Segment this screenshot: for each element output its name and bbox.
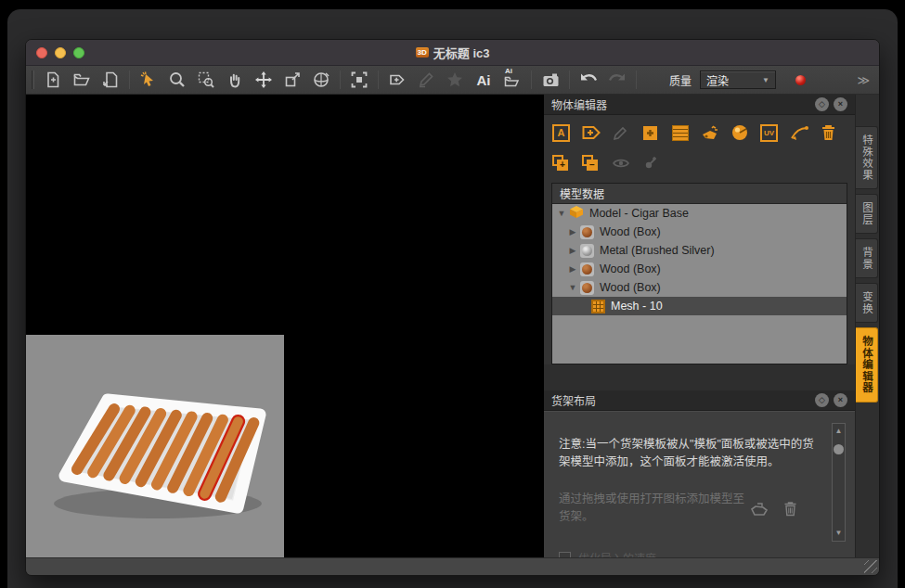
undock-panel-icon[interactable]: ◇ — [815, 97, 829, 111]
scroll-down-icon[interactable]: ▼ — [833, 530, 845, 537]
layers-list-button[interactable] — [670, 123, 690, 143]
duplicate-add-button[interactable]: + — [551, 154, 571, 173]
undock-panel-icon[interactable]: ◇ — [815, 393, 829, 407]
toolbar-grip[interactable] — [32, 70, 34, 89]
delete-trash-button[interactable] — [819, 123, 838, 143]
mesh-icon — [591, 300, 605, 313]
close-panel-icon[interactable]: × — [834, 393, 847, 407]
shelf-option-label: 优化导入的速度 — [578, 550, 656, 557]
right-panel-column: 物体编辑器 ◇ × A — [544, 95, 855, 557]
duplicate-remove-button[interactable]: − — [581, 154, 601, 173]
shelf-layout-panel: 货架布局 ◇ × 注意:当一个货架模板被从"模板"面板或被选中的货架模型中添加，… — [544, 390, 855, 557]
tree-row-label: Model - Cigar Base — [589, 207, 689, 220]
tab-transform[interactable]: 变换 — [856, 283, 878, 323]
toolbar-separator — [129, 70, 130, 89]
render-viewport[interactable] — [26, 335, 284, 557]
undo-button[interactable] — [578, 70, 599, 90]
add-label-tag-button[interactable] — [387, 70, 407, 90]
3d-canvas[interactable] — [26, 95, 544, 557]
ai-open-file-button[interactable]: Ai — [502, 70, 523, 90]
shelf-option-row[interactable]: 优化导入的速度 — [559, 550, 656, 557]
toolbar-separator — [569, 70, 570, 89]
pan-tool-button[interactable] — [225, 70, 245, 90]
tree-row-wood-1[interactable]: ▶ Wood (Box) — [552, 223, 847, 241]
shelf-note-text: 注意:当一个货架模板被从"模板"面板或被选中的货架模型中添加，这个面板才能被激活… — [559, 436, 814, 472]
add-tag-button[interactable] — [581, 123, 601, 143]
expand-arrow-icon[interactable]: ▼ — [556, 209, 567, 218]
quality-label: 质量 — [669, 72, 692, 88]
delete-trash-icon-disabled — [783, 501, 797, 520]
toolbar-separator — [636, 70, 637, 89]
object-editor-panel: 物体编辑器 ◇ × A — [544, 95, 855, 364]
shelf-layout-header: 货架布局 ◇ × — [544, 390, 855, 411]
add-frame-button[interactable] — [640, 123, 660, 143]
new-file-button[interactable] — [43, 70, 63, 90]
artwork-frame-button[interactable]: A — [551, 123, 571, 143]
select-tool-button[interactable] — [138, 70, 159, 90]
expand-arrow-icon[interactable]: ▶ — [567, 246, 578, 255]
tree-row-label: Wood (Box) — [600, 225, 661, 238]
ai-import-artwork-button[interactable]: Ai — [473, 70, 494, 90]
quality-dropdown-value: 渲染 — [706, 72, 729, 88]
tab-special-effects[interactable]: 特殊效果 — [856, 126, 878, 189]
model-box-icon — [569, 205, 584, 222]
edit-pencil-button-disabled — [416, 70, 436, 90]
zoom-tool-button[interactable] — [167, 70, 187, 90]
scrollbar-thumb[interactable] — [834, 444, 844, 454]
sphere-material-button[interactable] — [730, 123, 749, 143]
app-window: 3D 无标题 ic3 — [25, 39, 880, 576]
fit-view-button[interactable] — [349, 70, 369, 90]
scroll-up-icon[interactable]: ▲ — [833, 428, 845, 435]
tree-row-wood-2[interactable]: ▶ Wood (Box) — [552, 260, 847, 278]
object-editor-header: 物体编辑器 ◇ × — [544, 95, 855, 115]
metal-material-icon — [580, 244, 594, 258]
object-editor-title: 物体编辑器 — [551, 96, 607, 112]
paint-material-button[interactable] — [700, 123, 719, 143]
tab-layers[interactable]: 图层 — [856, 194, 878, 234]
uv-frame-button[interactable]: UV — [759, 123, 779, 143]
tree-row-model-cigar-base[interactable]: ▼ Model - Cigar Base — [552, 204, 847, 223]
cigar-tray-render — [26, 335, 284, 557]
move-tool-button[interactable] — [253, 70, 274, 90]
scale-tool-button[interactable] — [282, 70, 303, 90]
render-status-indicator — [795, 75, 806, 85]
zoom-window-button[interactable] — [73, 47, 84, 58]
main-toolbar: Ai Ai 质量 渲染 ▼ ≫ — [26, 66, 879, 95]
shelf-scrollbar[interactable]: ▲ ▼ — [832, 423, 846, 542]
tab-background[interactable]: 背景 — [856, 238, 878, 278]
toolbar-separator — [378, 70, 379, 89]
tree-row-label: Wood (Box) — [600, 281, 661, 294]
tree-row-metal[interactable]: ▶ Metal (Brushed Silver) — [552, 241, 847, 260]
tree-row-mesh-10-selected[interactable]: Mesh - 10 — [552, 297, 847, 315]
open-model-icon-disabled — [750, 501, 769, 520]
tree-row-label: Mesh - 10 — [611, 300, 663, 313]
snapshot-camera-button[interactable] — [540, 70, 561, 90]
dropdown-arrow-icon: ▼ — [762, 76, 769, 84]
quality-dropdown[interactable]: 渲染 ▼ — [700, 70, 776, 89]
wood-material-icon — [580, 281, 594, 295]
open-file-button[interactable] — [71, 70, 92, 90]
expand-arrow-icon[interactable]: ▶ — [567, 227, 578, 236]
expand-arrow-icon[interactable]: ▼ — [567, 283, 578, 292]
resize-grip[interactable] — [864, 560, 877, 573]
wood-material-icon — [580, 225, 594, 239]
window-title: 无标题 ic3 — [433, 44, 490, 61]
expand-arrow-icon[interactable]: ▶ — [567, 264, 578, 274]
rotate-tool-button[interactable] — [311, 70, 331, 90]
close-window-button[interactable] — [36, 47, 47, 58]
close-panel-icon[interactable]: × — [834, 97, 847, 111]
minimize-window-button[interactable] — [55, 47, 66, 58]
toolbar-separator — [340, 70, 341, 89]
bezier-pen-button[interactable] — [789, 123, 808, 143]
app-3d-badge-icon: 3D — [416, 47, 429, 58]
tab-object-editor-active[interactable]: 物体编辑器 — [856, 327, 878, 403]
toolbar-overflow-chevron[interactable]: ≫ — [857, 73, 870, 87]
model-data-tree: 模型数据 ▼ Model - Cigar Base ▶ — [551, 183, 847, 364]
tree-row-wood-3[interactable]: ▼ Wood (Box) — [552, 278, 847, 297]
title-bar[interactable]: 3D 无标题 ic3 — [26, 40, 879, 66]
toolbar-separator — [531, 70, 532, 89]
import-file-button[interactable] — [100, 70, 121, 90]
shelf-layout-title: 货架布局 — [551, 392, 596, 408]
model-data-header: 模型数据 — [552, 184, 847, 204]
zoom-area-tool-button[interactable] — [196, 70, 216, 90]
